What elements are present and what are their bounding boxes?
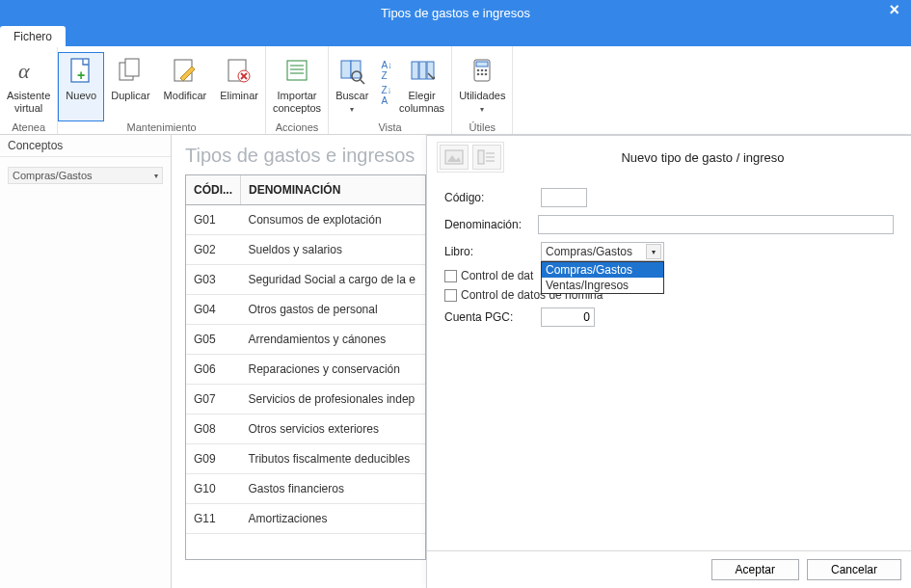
col-header-name[interactable]: DENOMINACIÓN [241,175,425,205]
cuenta-pgc-label: Cuenta PGC: [444,310,541,324]
sort-desc-button[interactable]: Z↓A [381,85,392,106]
libro-dropdown[interactable]: Compras/Gastos ▾ Compras/Gastos Ventas/I… [541,242,664,261]
accept-button[interactable]: Aceptar [711,559,799,580]
dialog-header: Nuevo tipo de gasto / ingreso [427,136,911,178]
search-icon [335,55,368,88]
table-row[interactable]: G02Sueldos y salarios [186,235,425,265]
svg-line-17 [361,80,364,84]
asistente-label-l1: Asistente [7,90,50,102]
cell-name: Reparaciones y conservación [241,355,425,385]
importar-conceptos-button[interactable]: Importar conceptos [266,52,328,121]
sidebar-category-dropdown[interactable]: Compras/Gastos ▾ [8,167,163,184]
svg-rect-10 [287,61,307,80]
svg-point-29 [485,73,488,76]
view-mode-list-button[interactable] [472,145,501,170]
svg-point-26 [485,69,488,72]
svg-text:α: α [18,59,30,83]
denominacion-label: Denominación: [444,218,538,231]
calculator-icon [466,55,498,88]
cell-name: Otros servicios exteriores [241,414,425,444]
table-row[interactable]: G10Gastos financieros [186,474,425,504]
buscar-label: Buscar [335,90,368,102]
control-datos-nomina-checkbox[interactable] [444,289,457,302]
table-row[interactable]: G11Amortizaciones [186,504,425,534]
cell-code: G03 [186,265,241,295]
libro-label: Libro: [444,245,541,258]
table-row[interactable]: G07Servicios de profesionales indep [186,385,425,414]
duplicate-icon [114,55,147,88]
cell-code: G07 [186,385,241,414]
ribbon-group-mantenimiento-label: Mantenimiento [58,121,265,136]
table-row[interactable]: G04Otros gastos de personal [186,295,425,325]
svg-point-28 [481,73,484,76]
control-datos-irpf-checkbox[interactable] [444,270,457,282]
table-row[interactable]: G08Otros servicios exteriores [186,414,425,444]
asistente-virtual-button[interactable]: α Asistente virtual [0,52,57,121]
delete-icon [223,55,255,88]
modificar-button[interactable]: Modificar [157,52,214,121]
nuevo-button[interactable]: + Nuevo [58,52,104,121]
ribbon-group-vista: Buscar ▾ A↓Z Z↓A Elegir columnas Vista [329,46,452,134]
table-row[interactable]: G05Arrendamientos y cánones [186,325,425,355]
elegir-columnas-button[interactable]: Elegir columnas [392,52,451,121]
codigo-input[interactable] [541,188,587,207]
cell-code: G10 [186,474,241,504]
concepts-table: CÓDI... DENOMINACIÓN G01Consumos de expl… [185,174,426,560]
svg-rect-32 [478,150,484,164]
cell-name: Amortizaciones [241,504,425,534]
duplicar-button[interactable]: Duplicar [104,52,156,121]
table-row[interactable]: G09Tributos fiscalmente deducibles [186,444,425,474]
table-row[interactable]: G03Seguridad Social a cargo de la e [186,265,425,295]
table-row[interactable]: G01Consumos de explotación [186,205,425,235]
libro-option-compras[interactable]: Compras/Gastos [542,262,663,278]
buscar-button[interactable]: Buscar ▾ [329,52,375,121]
cancel-button[interactable]: Cancelar [807,559,901,580]
cell-name: Gastos financieros [241,474,425,504]
svg-point-25 [481,69,484,72]
ribbon-group-utiles: Utilidades ▾ Útiles [452,46,513,134]
svg-point-24 [477,69,480,72]
cell-code: G01 [186,205,241,235]
utilidades-button[interactable]: Utilidades ▾ [452,52,512,121]
svg-rect-18 [412,62,418,79]
ribbon: α Asistente virtual Atenea + Nuevo Dupli… [0,46,911,135]
view-mode-image-button[interactable] [440,145,469,170]
svg-rect-14 [341,61,351,78]
chevron-down-icon: ▾ [154,172,158,180]
asistente-label-l2: virtual [14,102,42,115]
cuenta-pgc-input[interactable] [541,307,595,327]
new-type-dialog: Nuevo tipo de gasto / ingreso Código: De… [426,135,911,588]
sort-buttons: A↓Z Z↓A [381,60,392,106]
svg-text:+: + [77,67,85,83]
alpha-icon: α [13,55,45,88]
sidebar-category-selected: Compras/Gastos [13,170,93,181]
col-header-code[interactable]: CÓDI... [186,175,241,205]
titlebar: Tipos de gastos e ingresos × [0,0,911,25]
edit-icon [169,55,201,88]
close-icon[interactable]: × [883,0,905,20]
nuevo-label: Nuevo [66,90,96,102]
cell-code: G02 [186,235,241,265]
cell-name: Servicios de profesionales indep [241,385,425,414]
control-datos-irpf-label: Control de dat [461,269,533,282]
ribbon-group-mantenimiento: + Nuevo Duplicar Modificar Eli [58,46,266,134]
denominacion-input[interactable] [538,215,894,234]
ribbon-group-vista-label: Vista [329,121,451,136]
libro-option-ventas[interactable]: Ventas/Ingresos [542,278,663,293]
new-file-icon: + [65,55,97,88]
duplicar-label: Duplicar [111,90,149,102]
cell-code: G04 [186,295,241,325]
dropdown-arrow: ▾ [480,103,484,116]
cell-name: Arrendamientos y cánones [241,325,425,355]
table-row[interactable]: G06Reparaciones y conservación [186,355,425,385]
cell-code: G09 [186,444,241,474]
cell-name: Sueldos y salarios [241,235,425,265]
cell-code: G11 [186,504,241,534]
eliminar-button[interactable]: Eliminar [213,52,265,121]
tab-fichero[interactable]: Fichero [0,26,66,47]
sort-asc-button[interactable]: A↓Z [381,60,392,81]
dialog-footer: Aceptar Cancelar [427,550,911,588]
cell-name: Consumos de explotación [241,205,425,235]
cell-code: G05 [186,325,241,355]
cell-code: G06 [186,355,241,385]
